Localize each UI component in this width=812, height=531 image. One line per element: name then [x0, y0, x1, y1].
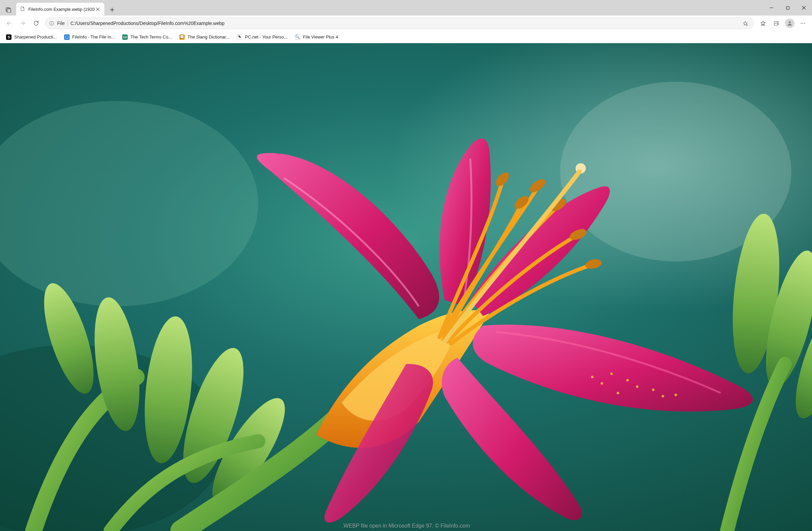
svg-point-9: [802, 23, 803, 24]
svg-point-34: [652, 388, 655, 391]
bookmark-label: FileInfo - The File In...: [72, 34, 115, 40]
svg-point-4: [51, 22, 52, 23]
svg-point-32: [626, 379, 629, 382]
collections-button[interactable]: [770, 17, 783, 30]
new-tab-button[interactable]: [106, 4, 118, 16]
bookmark-label: PC.net - Your Perso...: [245, 34, 288, 40]
image-caption: .WEBP file open in Microsoft Edge 97. © …: [0, 523, 812, 529]
bookmark-label: File Viewer Plus 4: [303, 34, 338, 40]
bookmark-favicon: ▭: [122, 34, 128, 40]
bookmark-favicon: 🔍: [295, 34, 300, 40]
bookmark-label: Sharpened Producti...: [14, 34, 57, 40]
window-controls: [763, 0, 812, 16]
more-menu-button[interactable]: [796, 17, 809, 30]
bookmark-favicon: 💬: [179, 34, 185, 40]
minimize-button[interactable]: [763, 0, 780, 16]
content-viewport[interactable]: .WEBP file open in Microsoft Edge 97. © …: [0, 43, 812, 531]
toolbar: File C:/Users/SharpenedProductions/Deskt…: [0, 16, 812, 31]
bookmark-item[interactable]: ▢FileInfo - The File In...: [61, 32, 118, 42]
profile-avatar[interactable]: [785, 18, 795, 28]
svg-point-38: [675, 394, 677, 396]
maximize-button[interactable]: [780, 0, 796, 16]
svg-point-10: [804, 23, 805, 24]
svg-rect-1: [7, 9, 11, 13]
svg-point-8: [801, 23, 801, 24]
bookmarks-bar: SSharpened Producti...▢FileInfo - The Fi…: [0, 31, 812, 43]
favorites-button[interactable]: [757, 17, 769, 30]
address-bar[interactable]: File C:/Users/SharpenedProductions/Deskt…: [45, 17, 754, 29]
svg-point-35: [600, 382, 603, 385]
bookmark-label: The Tech Terms Co...: [130, 34, 172, 40]
browser-tab[interactable]: FileInfo.com Example.webp (1920: [16, 3, 104, 16]
close-tab-button[interactable]: [95, 6, 101, 12]
bookmark-item[interactable]: 🔍File Viewer Plus 4: [292, 32, 341, 42]
bookmark-favicon: ✎: [237, 34, 242, 40]
svg-point-36: [617, 392, 620, 394]
back-button[interactable]: [3, 17, 16, 30]
image-display: [0, 43, 812, 531]
svg-point-37: [662, 395, 664, 398]
svg-rect-2: [786, 6, 789, 9]
titlebar: FileInfo.com Example.webp (1920: [0, 0, 812, 16]
bookmark-item[interactable]: ✎PC.net - Your Perso...: [234, 32, 290, 42]
divider: [68, 20, 68, 26]
svg-point-31: [610, 372, 613, 375]
svg-point-33: [636, 385, 639, 388]
url-text: C:/Users/SharpenedProductions/Desktop/Fi…: [71, 20, 737, 26]
forward-button[interactable]: [16, 17, 29, 30]
bookmark-label: The Slang Dictionar...: [187, 34, 229, 40]
site-info-icon[interactable]: [49, 20, 54, 26]
favorite-star-icon[interactable]: [740, 18, 750, 28]
bookmark-item[interactable]: ▭The Tech Terms Co...: [119, 32, 175, 42]
svg-point-7: [789, 21, 791, 23]
file-icon: [20, 6, 26, 12]
bookmark-item[interactable]: 💬The Slang Dictionar...: [177, 32, 232, 42]
refresh-button[interactable]: [30, 17, 43, 30]
svg-point-39: [591, 376, 594, 379]
url-scheme: File: [57, 20, 65, 26]
bookmark-item[interactable]: SSharpened Producti...: [3, 32, 59, 42]
tab-title: FileInfo.com Example.webp (1920: [28, 7, 95, 12]
close-window-button[interactable]: [796, 0, 812, 16]
bookmark-favicon: ▢: [64, 34, 70, 40]
bookmark-favicon: S: [6, 34, 12, 40]
tab-strip: FileInfo.com Example.webp (1920: [3, 0, 763, 16]
tab-actions-button[interactable]: [3, 4, 14, 16]
